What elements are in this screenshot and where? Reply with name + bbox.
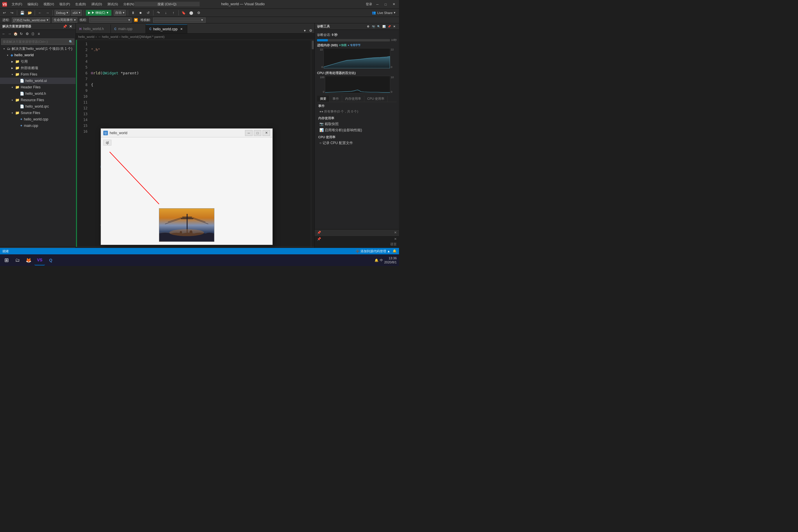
menu-test[interactable]: 测试(S)	[105, 1, 120, 7]
undo-button[interactable]: ↩	[1, 10, 7, 16]
snapshot-button[interactable]: 📷 截取快照	[317, 121, 397, 127]
restart-button[interactable]: ↺	[145, 10, 151, 16]
menu-build[interactable]: 生成(B)	[73, 1, 88, 7]
save-button[interactable]: 💾	[19, 10, 25, 16]
record-cpu-button[interactable]: ○ 记录 CPU 配置文件	[317, 140, 397, 146]
sidebar-props-btn[interactable]: ≡	[36, 31, 41, 36]
app-win-icon: Q	[103, 131, 108, 135]
close-button[interactable]: ✕	[391, 1, 397, 7]
open-button[interactable]: 📂	[26, 10, 33, 16]
sidebar-item-external-deps[interactable]: ▶ 📁 外部依赖项	[0, 65, 76, 71]
breadcrumb-part-2[interactable]: → hello_world	[98, 35, 118, 38]
solution-explorer-panel: 解决方案资源管理器 📌 ✕ ← → 🏠 ↻ ⚙ ⟨⟩ ≡ 搜索解决方案资源管理器…	[0, 23, 76, 253]
editor-scrollbar[interactable]	[311, 40, 315, 247]
signin-label[interactable]: 登录	[366, 2, 372, 6]
sidebar-item-cpp-file[interactable]: ✦ hello_world.cpp	[0, 116, 76, 122]
diag-pin-btn[interactable]: 📌	[387, 24, 392, 29]
menu-edit[interactable]: 编辑(E)	[25, 1, 40, 7]
menu-file[interactable]: 文件(F)	[10, 1, 24, 7]
tab-hello-world-h[interactable]: H hello_world.h	[76, 24, 111, 33]
process-dropdown[interactable]: [7352] hello_world.exe▾	[12, 18, 50, 23]
step-out-button[interactable]: ↑	[170, 10, 177, 16]
tab-main-cpp[interactable]: C main.cpp	[111, 24, 146, 33]
breakpoint-button[interactable]: ⬤	[188, 10, 194, 16]
back-button[interactable]: ←	[37, 10, 43, 16]
breadcrumb-part-3[interactable]: hello_world(QWidget * parent)	[121, 35, 165, 38]
sidebar-item-resource-files[interactable]: ▾ 📁 Resource Files	[0, 97, 76, 103]
menu-debug[interactable]: 调试(D)	[89, 1, 104, 7]
app-win-maximize[interactable]: □	[254, 130, 261, 136]
continue-button[interactable]: ▶▶ 继续(C) ▼	[86, 10, 111, 16]
add-to-source-control[interactable]: ➕ 添加到源代码管理 ▲	[356, 249, 390, 253]
debug-config-dropdown[interactable]: Debug ▾	[55, 10, 70, 16]
taskbar-file-explorer[interactable]: 🗂	[12, 255, 23, 265]
diag-zoom-btn[interactable]: 🔍	[376, 24, 381, 29]
taskbar-visual-studio[interactable]: VS	[34, 255, 45, 265]
stack-dropdown[interactable]: ────────────────────▾	[153, 18, 206, 23]
step-over-button[interactable]: ↷	[155, 10, 162, 16]
minimize-button[interactable]: ─	[375, 1, 380, 7]
sidebar-refresh-btn[interactable]: ↻	[19, 31, 24, 36]
tab-hello-world-cpp[interactable]: C hello_world.cpp ✕	[146, 24, 187, 33]
scrollbar-thumb[interactable]	[312, 40, 314, 49]
toolbar-sep-4	[84, 10, 84, 16]
project-item[interactable]: ▾ ◆ hello_world	[0, 52, 76, 58]
diag-chart-btn[interactable]: 📊	[381, 24, 386, 29]
sidebar-item-source-files[interactable]: ▾ 📁 Source Files	[0, 110, 76, 116]
solution-search-input[interactable]: 搜索解决方案资源管理器(Ctrl+;) 🔍	[1, 38, 74, 45]
sidebar-pin-button[interactable]: 📌	[62, 24, 68, 29]
sidebar-settings-btn[interactable]: ⚙	[24, 31, 30, 36]
sidebar-code-btn[interactable]: ⟨⟩	[30, 31, 36, 36]
step-into-button[interactable]: ↓	[163, 10, 169, 16]
tab-settings-button[interactable]: ⚙	[308, 28, 313, 33]
diag-close-bottom[interactable]: ✕	[394, 231, 397, 234]
pause-button[interactable]: ⏸	[130, 10, 136, 16]
lang-header-close[interactable]: ✕	[394, 237, 397, 241]
solution-root-item[interactable]: ▾ 🗂 解决方案'hello_world'(1 个项目/共 1 个)	[0, 45, 76, 52]
source-files-icon: 📁	[15, 111, 20, 115]
sidebar-forward-btn[interactable]: →	[7, 31, 12, 36]
maximize-button[interactable]: □	[383, 1, 388, 7]
sidebar-item-form-files[interactable]: ▾ 📁 Form Files	[0, 71, 76, 78]
sidebar-item-qrc-file[interactable]: 📄 hello_world.qrc	[0, 103, 76, 110]
app-win-minimize[interactable]: ─	[245, 130, 252, 136]
sidebar-item-ui-file[interactable]: 📄 hello_world.ui	[0, 78, 76, 84]
menu-view[interactable]: 视图(V)	[41, 1, 57, 7]
sidebar-home-btn[interactable]: 🏠	[13, 31, 18, 36]
bottom-status-stripe: 就绪 ➕ 添加到源代码管理 ▲ 🔔	[0, 248, 399, 254]
breadcrumb-part-1[interactable]: hello_world	[78, 35, 95, 38]
tab-close-button[interactable]: ✕	[179, 27, 184, 31]
menu-project[interactable]: 项目(P)	[57, 1, 72, 7]
diag-tab-memory[interactable]: 内存使用率	[342, 96, 364, 102]
settings-button[interactable]: ⚙	[196, 10, 202, 16]
live-share-button[interactable]: 👥 Live Share ▾	[369, 11, 398, 15]
diag-settings-btn[interactable]: ⚙	[366, 24, 370, 29]
process-label: 进程:	[2, 18, 10, 22]
diag-snapshot-btn[interactable]: 📷	[371, 24, 376, 29]
tab-list-button[interactable]: ▾	[302, 28, 307, 33]
taskbar-qt[interactable]: Q	[45, 255, 56, 265]
sidebar-item-header-files[interactable]: ▾ 📁 Header Files	[0, 84, 76, 90]
sidebar-item-main-cpp[interactable]: ✦ main.cpp	[0, 122, 76, 129]
diag-tab-events[interactable]: 事件	[329, 96, 342, 102]
diag-close-btn[interactable]: ✕	[392, 24, 397, 29]
lifecycle-dropdown[interactable]: 生命周期事件▾	[52, 18, 77, 23]
diag-tab-summary[interactable]: 摘要	[317, 96, 329, 102]
bookmark-button[interactable]: 🔖	[180, 10, 187, 16]
diag-timeline-fill	[317, 39, 328, 41]
thread-dropdown[interactable]: ────────────────▾	[89, 18, 132, 23]
heap-analysis-button[interactable]: 📊 启用堆分析(会影响性能)	[317, 127, 397, 133]
app-win-close[interactable]: ✕	[263, 130, 270, 136]
sidebar-back-btn[interactable]: ←	[1, 31, 6, 36]
sidebar-close-button[interactable]: ✕	[68, 24, 73, 29]
sidebar-item-h-file[interactable]: 📄 hello_world.h	[0, 90, 76, 97]
redo-button[interactable]: ↪	[9, 10, 15, 16]
diag-tab-cpu[interactable]: CPU 使用率	[364, 96, 387, 102]
auto-dropdown[interactable]: 自动 ▾	[114, 10, 126, 16]
forward-button[interactable]: →	[44, 10, 51, 16]
platform-dropdown[interactable]: x64 ▾	[71, 10, 82, 16]
taskbar-start-button[interactable]: ⊞	[1, 255, 12, 265]
stop-button[interactable]: ■	[137, 10, 144, 16]
sidebar-item-references[interactable]: ▶ 📁 引用	[0, 58, 76, 65]
taskbar-firefox[interactable]: 🦊	[23, 255, 34, 265]
